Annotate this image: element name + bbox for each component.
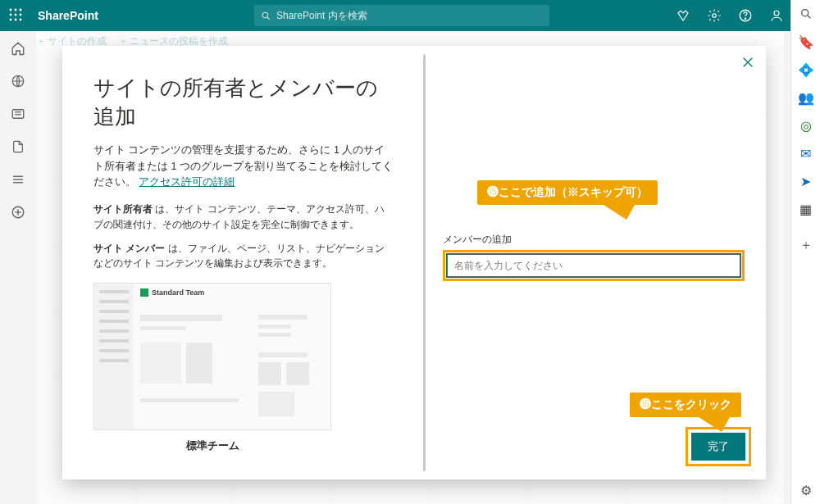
browser-lock-icon[interactable]: 🔖 [799,34,813,49]
search-placeholder: SharePoint 内を検索 [276,9,367,23]
browser-apps-icon[interactable]: 💠 [799,62,813,77]
template-preview-card: Standard Team [93,283,331,430]
svg-point-10 [20,18,22,20]
owners-paragraph: サイト所有者 は、サイト コンテンツ、テーマ、アクセス許可、ハブの関連付け、その… [93,202,393,232]
svg-point-11 [262,12,268,18]
app-left-rail [0,31,36,504]
svg-point-0 [801,10,808,16]
dialog-body: サイト コンテンツの管理を支援するため、さらに 1 人のサイト所有者または 1 … [93,143,393,190]
template-label: 標準チーム [93,438,331,453]
svg-point-8 [10,18,12,20]
annotation-badge-15: ⓯ [487,185,499,198]
help-icon[interactable] [738,8,753,23]
rail-globe-icon[interactable] [11,74,25,89]
dialog-title: サイトの所有者とメンバーの追加 [93,74,393,131]
rail-files-icon[interactable] [11,139,25,154]
app-stage: SharePoint SharePoint 内を検索 ＋サイトの作成 ＋ニュース… [0,0,790,504]
add-members-input[interactable] [447,254,740,277]
dialog-right-pane: ⓯ここで追加（※スキップ可） メンバーの追加 ⓰ここをクリック 完了 [426,46,766,479]
svg-point-6 [15,13,17,16]
template-preview-sidebar [94,284,134,429]
svg-point-2 [10,8,12,11]
annotation-text-16: ここをクリック [651,397,731,411]
annotation-callout-16: ⓰ここをクリック [630,393,741,417]
browser-send-icon[interactable]: ➤ [799,174,813,188]
svg-point-5 [10,13,12,16]
svg-point-3 [15,8,17,11]
settings-icon[interactable] [707,8,722,23]
header-icons [676,0,784,31]
members-label: サイト メンバー [93,243,165,254]
add-members-highlight [443,250,745,281]
browser-mail-icon[interactable]: ✉ [799,146,813,161]
template-preview-title: Standard Team [140,288,204,297]
svg-point-9 [15,18,17,20]
modal-overlay: サイトの所有者とメンバーの追加 サイト コンテンツの管理を支援するため、さらに … [36,31,784,504]
svg-point-15 [745,18,745,19]
svg-line-12 [267,17,270,20]
annotation-badge-16: ⓰ [640,397,651,411]
svg-point-7 [20,13,22,16]
browser-add-icon[interactable]: ＋ [799,238,813,252]
rail-add-icon[interactable] [11,205,25,220]
svg-point-4 [20,8,22,11]
svg-rect-18 [12,110,24,119]
rail-home-icon[interactable] [11,41,25,56]
rail-list-icon[interactable] [11,172,25,187]
add-members-label: メンバーの追加 [443,233,745,247]
add-owners-members-dialog: サイトの所有者とメンバーの追加 サイト コンテンツの管理を支援するため、さらに … [62,46,766,479]
browser-people-icon[interactable]: 👥 [799,90,813,105]
annotation-text-15: ここで追加（※スキップ可） [499,185,648,198]
annotation-callout-15: ⓯ここで追加（※スキップ可） [477,180,658,205]
suite-header: SharePoint SharePoint 内を検索 [0,0,790,31]
svg-point-13 [713,14,717,18]
browser-org-icon[interactable]: ▦ [799,202,813,216]
finish-button-highlight: 完了 [686,427,751,466]
browser-camera-icon[interactable]: ◎ [799,118,813,133]
close-button[interactable] [741,56,754,73]
members-paragraph: サイト メンバー は、ファイル、ページ、リスト、ナビゲーションなどのサイト コン… [93,241,393,271]
suite-search[interactable]: SharePoint 内を検索 [254,5,549,26]
account-icon[interactable] [769,8,784,23]
finish-button[interactable]: 完了 [691,433,745,461]
svg-line-1 [808,16,810,18]
browser-settings-icon[interactable]: ⚙ [799,483,813,497]
rail-news-icon[interactable] [11,107,25,121]
owners-label: サイト所有者 [93,203,153,215]
browser-side-rail: 🔖 💠 👥 ◎ ✉ ➤ ▦ ＋ ⚙ [790,0,820,504]
app-launcher-icon[interactable] [0,8,31,24]
dialog-left-pane: サイトの所有者とメンバーの追加 サイト コンテンツの管理を支援するため、さらに … [62,46,422,479]
app-name[interactable]: SharePoint [31,9,98,22]
svg-point-16 [774,11,779,16]
premium-icon[interactable] [676,8,690,23]
browser-search-icon[interactable] [799,7,813,21]
search-icon [261,11,271,21]
permissions-details-link[interactable]: アクセス許可の詳細 [139,176,235,188]
